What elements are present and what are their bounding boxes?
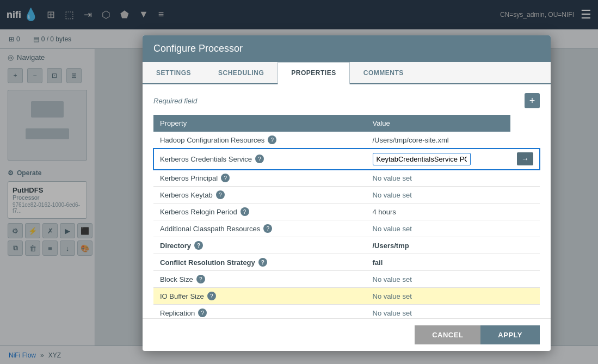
configure-processor-dialog: Configure Processor SETTINGS SCHEDULING …	[143, 35, 551, 351]
property-name: Replication?	[160, 309, 360, 317]
help-icon[interactable]: ?	[241, 207, 249, 216]
property-value: No value set	[373, 275, 412, 283]
property-value: /Users/tmp	[373, 242, 409, 250]
properties-table: Property Value Hadoop Configuration Reso…	[153, 115, 540, 318]
add-property-button[interactable]: +	[525, 93, 540, 108]
modal-container: Configure Processor SETTINGS SCHEDULING …	[95, 30, 598, 346]
help-icon[interactable]: ?	[198, 309, 207, 317]
property-value: No value set	[373, 292, 412, 300]
dialog-header: Configure Processor	[143, 35, 551, 62]
table-row[interactable]: Kerberos Credentials Service?→	[153, 149, 540, 170]
property-name: Kerberos Relogin Period?	[160, 207, 360, 216]
required-field-bar: Required field +	[153, 93, 540, 108]
tab-properties[interactable]: PROPERTIES	[278, 62, 349, 84]
table-row[interactable]: Block Size?No value set	[153, 271, 540, 288]
property-value: /Users/tmp/core-site.xml	[373, 136, 449, 144]
property-name: Additional Classpath Resources?	[160, 224, 360, 233]
help-icon[interactable]: ?	[194, 241, 203, 250]
required-field-label: Required field	[153, 97, 197, 105]
help-icon[interactable]: ?	[207, 292, 216, 300]
property-value: No value set	[373, 225, 412, 233]
dialog-footer: CANCEL APPLY	[143, 318, 551, 351]
help-icon[interactable]: ?	[221, 174, 230, 182]
help-icon[interactable]: ?	[216, 190, 225, 199]
property-name: Block Size?	[160, 275, 360, 283]
tab-comments[interactable]: COMMENTS	[350, 62, 417, 83]
table-row[interactable]: Kerberos Principal?No value set	[153, 170, 540, 187]
cancel-button[interactable]: CANCEL	[415, 325, 480, 344]
dialog-content: Required field + Property Value Hadoop C	[143, 84, 551, 318]
table-row[interactable]: Directory?/Users/tmp	[153, 237, 540, 254]
dialog-title: Configure Processor	[153, 43, 243, 54]
service-navigate-button[interactable]: →	[517, 152, 533, 165]
dialog-tabs: SETTINGS SCHEDULING PROPERTIES COMMENTS	[143, 62, 551, 84]
table-row[interactable]: Hadoop Configuration Resources?/Users/tm…	[153, 132, 540, 149]
help-icon[interactable]: ?	[268, 135, 276, 144]
help-icon[interactable]: ?	[196, 275, 205, 283]
property-name: Conflict Resolution Strategy?	[160, 258, 360, 267]
apply-button[interactable]: APPLY	[480, 325, 540, 344]
help-icon[interactable]: ?	[263, 224, 272, 233]
value-col-header: Value	[366, 115, 511, 132]
property-name: Kerberos Credentials Service?	[160, 155, 360, 163]
property-value: No value set	[373, 309, 412, 317]
help-icon[interactable]: ?	[258, 258, 267, 267]
table-row[interactable]: Conflict Resolution Strategy?fail	[153, 254, 540, 271]
property-value: fail	[373, 258, 383, 267]
property-name: IO Buffer Size?	[160, 292, 360, 300]
table-row[interactable]: Kerberos Relogin Period?4 hours	[153, 203, 540, 220]
table-row[interactable]: Replication?No value set	[153, 305, 540, 319]
help-icon[interactable]: ?	[255, 155, 264, 163]
property-value-input[interactable]	[373, 153, 471, 165]
table-row[interactable]: IO Buffer Size?No value set	[153, 288, 540, 305]
tab-scheduling[interactable]: SCHEDULING	[205, 62, 278, 83]
tab-settings[interactable]: SETTINGS	[143, 62, 205, 83]
property-value: 4 hours	[373, 208, 396, 216]
property-name: Hadoop Configuration Resources?	[160, 135, 360, 144]
property-value: No value set	[373, 191, 412, 199]
property-name: Kerberos Principal?	[160, 174, 360, 182]
property-value: No value set	[373, 174, 412, 182]
table-row[interactable]: Kerberos Keytab?No value set	[153, 187, 540, 203]
property-col-header: Property	[153, 115, 366, 132]
table-row[interactable]: Additional Classpath Resources?No value …	[153, 220, 540, 237]
property-name: Kerberos Keytab?	[160, 190, 360, 199]
property-name: Directory?	[160, 241, 360, 250]
